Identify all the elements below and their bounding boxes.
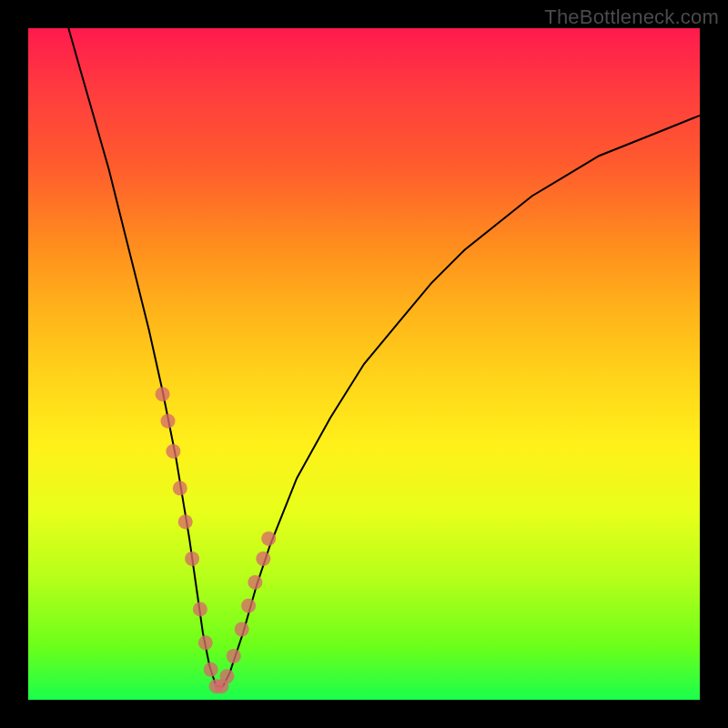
marker-dot (173, 481, 187, 496)
marker-dot (178, 514, 193, 529)
marker-dot (198, 635, 213, 650)
marker-dot (256, 551, 270, 566)
marker-dot (235, 622, 249, 637)
marker-dot (156, 387, 170, 401)
curve-layer (28, 28, 700, 700)
marker-dot (185, 551, 199, 566)
marker-dot (227, 649, 241, 663)
marker-dot (204, 662, 218, 677)
watermark-text: TheBottleneck.com (544, 5, 719, 29)
marker-dot (248, 575, 262, 590)
sample-markers (156, 387, 277, 693)
marker-dot (161, 414, 176, 429)
bottleneck-curve (68, 28, 700, 686)
marker-dot (193, 602, 207, 616)
outer-frame: TheBottleneck.com (0, 0, 728, 728)
marker-dot (166, 444, 180, 459)
marker-dot (261, 531, 276, 546)
marker-dot (219, 669, 234, 683)
marker-dot (241, 599, 256, 613)
plot-area (28, 28, 700, 700)
